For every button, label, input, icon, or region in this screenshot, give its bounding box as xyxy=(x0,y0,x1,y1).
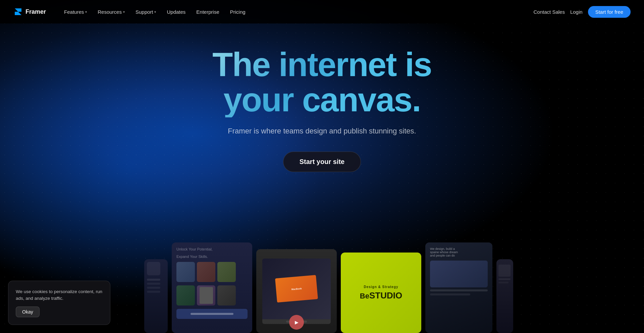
card-sidebar-inner xyxy=(144,259,168,333)
hero-title: The internet is your canvas. xyxy=(212,47,431,117)
contact-sales-link[interactable]: Contact Sales xyxy=(534,9,565,15)
chevron-down-icon: ▾ xyxy=(154,10,156,14)
navbar: Framer Features ▾ Resources ▾ Support ▾ … xyxy=(0,0,644,23)
showcase-card-slim xyxy=(496,259,513,333)
start-free-button[interactable]: Start for free xyxy=(588,6,631,18)
play-button[interactable]: ▶ xyxy=(289,315,304,330)
nav-right: Contact Sales Login Start for free xyxy=(534,6,631,18)
macbook-card: MacBook xyxy=(275,275,318,303)
card-slim-inner xyxy=(496,259,513,333)
nav-item-resources[interactable]: Resources ▾ xyxy=(93,6,129,17)
card-macbook-inner: MacBook ▶ xyxy=(256,249,337,333)
bestudio-title: BeSTUDIO xyxy=(360,291,402,300)
nav-item-updates[interactable]: Updates xyxy=(162,6,190,17)
showcase-card-bestudio: Design & Strategy BeSTUDIO xyxy=(341,253,421,333)
hero-content: The internet is your canvas. Framer is w… xyxy=(212,47,431,172)
macbook-body: MacBook xyxy=(262,259,331,324)
showcase-card-magazine: We design, build aspaine whose dreamand … xyxy=(425,242,492,333)
hero-subtitle: Framer is where teams design and publish… xyxy=(212,127,431,135)
macbook-screen: MacBook xyxy=(262,259,331,319)
hero-cta-button[interactable]: Start your site xyxy=(283,152,361,172)
showcase-card-macbook: MacBook ▶ xyxy=(256,249,337,333)
chevron-down-icon: ▾ xyxy=(123,10,125,14)
card-profile-inner: Unlock Your Potential, Expand Your Skill… xyxy=(172,242,252,333)
nav-links: Features ▾ Resources ▾ Support ▾ Updates… xyxy=(59,6,534,17)
card-magazine-inner: We design, build aspaine whose dreamand … xyxy=(425,242,492,333)
showcase-grid: Unlock Your Potential, Expand Your Skill… xyxy=(144,236,500,333)
logo[interactable]: Framer xyxy=(13,7,46,16)
nav-item-pricing[interactable]: Pricing xyxy=(225,6,250,17)
nav-item-enterprise[interactable]: Enterprise xyxy=(192,6,224,17)
showcase-card-sidebar xyxy=(144,259,168,333)
nav-item-support[interactable]: Support ▾ xyxy=(131,6,161,17)
logo-text: Framer xyxy=(25,8,46,15)
bestudio-background: Design & Strategy BeSTUDIO xyxy=(341,253,421,333)
cookie-okay-button[interactable]: Okay xyxy=(16,307,40,317)
cookie-text: We use cookies to personalize content, r… xyxy=(16,288,103,302)
framer-logo-icon xyxy=(13,7,23,16)
cookie-banner: We use cookies to personalize content, r… xyxy=(8,281,110,325)
showcase-card-profile: Unlock Your Potential, Expand Your Skill… xyxy=(172,242,252,333)
chevron-down-icon: ▾ xyxy=(85,10,87,14)
nav-item-features[interactable]: Features ▾ xyxy=(59,6,92,17)
play-icon: ▶ xyxy=(295,320,299,325)
login-link[interactable]: Login xyxy=(570,9,583,15)
